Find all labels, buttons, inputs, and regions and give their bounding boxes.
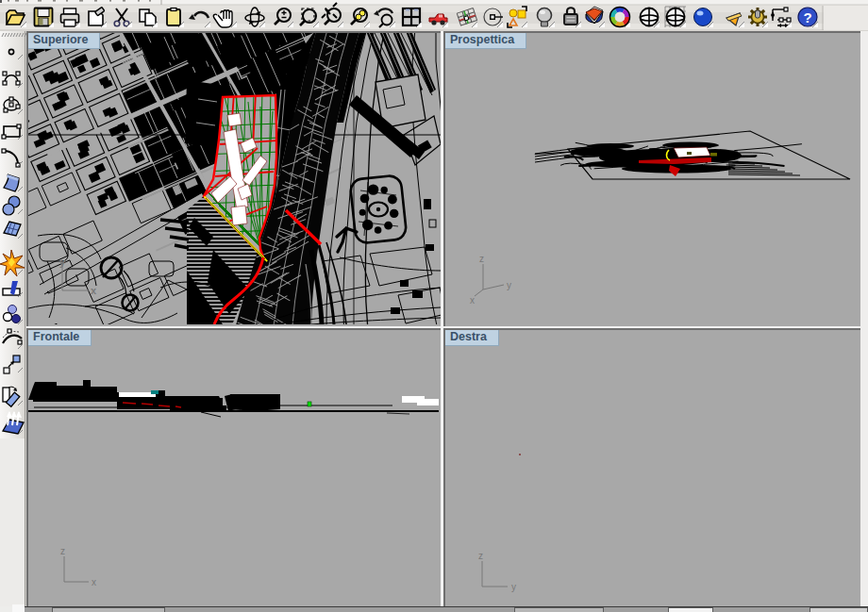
svg-text:y: y — [59, 256, 66, 268]
svg-text:y: y — [507, 280, 511, 290]
svg-text:?: ? — [803, 9, 811, 25]
svg-text:x: x — [470, 295, 475, 306]
svg-text:x: x — [92, 577, 96, 587]
svg-text:x: x — [91, 285, 97, 296]
svg-text:z: z — [478, 551, 483, 561]
svg-text:z: z — [479, 254, 484, 264]
svg-text:z: z — [60, 546, 65, 556]
svg-text:y: y — [511, 582, 516, 592]
